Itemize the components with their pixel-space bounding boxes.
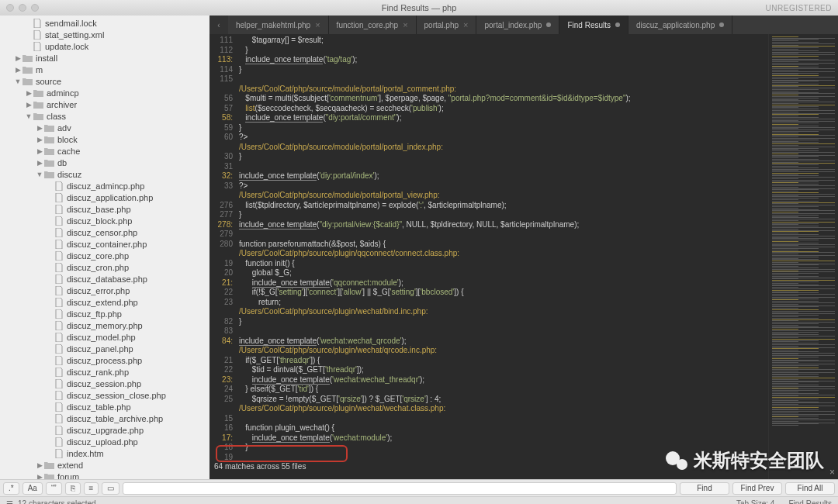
code-line[interactable]: /Users/CoolCat/php/source/module/portal/… [210,191,768,201]
disclosure-arrow-icon[interactable]: ▶ [25,89,33,97]
code-line[interactable]: 19 [210,453,768,463]
disclosure-arrow-icon[interactable]: ▶ [36,461,43,469]
close-icon[interactable]: × [829,467,835,478]
minimap[interactable] [768,34,838,479]
code-line[interactable]: 25 $qrsize = !empty($_GET['qrsize']) ? $… [210,395,768,405]
disclosure-arrow-icon[interactable]: ▼ [36,171,43,178]
file-item[interactable]: discuz_upload.php [0,436,210,447]
folder-item[interactable]: ▶forum [0,471,210,479]
code-line[interactable]: 111 $tagarray[] = $result; [210,36,768,46]
traffic-lights[interactable] [6,4,39,12]
disclosure-arrow-icon[interactable]: ▶ [36,473,43,480]
code-line[interactable]: 58: include_once template("diy:portal/co… [210,113,768,123]
code-line[interactable]: 15 [210,414,768,424]
file-item[interactable]: discuz_session.php [0,378,210,389]
disclosure-arrow-icon[interactable]: ▶ [36,159,43,167]
file-item[interactable]: discuz_container.php [0,238,210,250]
code-line[interactable]: 278:include_once template("diy:portal/vi… [210,220,768,230]
disclosure-arrow-icon[interactable]: ▶ [36,136,43,143]
folder-item[interactable]: ▼class [0,110,210,122]
folder-item[interactable]: ▶cache [0,145,210,157]
close-icon[interactable]: × [463,20,468,29]
file-item[interactable]: discuz_session_close.php [0,389,210,401]
code-line[interactable]: 276 list($tpldirectory, $articleprimaltp… [210,201,768,211]
disclosure-arrow-icon[interactable]: ▼ [14,78,22,85]
code-line[interactable]: 19 function init() { [210,259,768,269]
code-line[interactable]: /Users/CoolCat/php/source/plugin/wechat/… [210,404,768,414]
code-line[interactable]: /Users/CoolCat/php/source/plugin/wechat/… [210,346,768,356]
file-item[interactable]: discuz_block.php [0,215,210,226]
folder-item[interactable]: ▼source [0,75,210,87]
file-item[interactable]: discuz_process.php [0,354,210,366]
code-line[interactable]: 113: include_once template('tag/tag'); [210,55,768,65]
code-line[interactable]: 115 [210,74,768,85]
folder-item[interactable]: ▼discuz [0,168,210,180]
find-all-button[interactable]: Find All [785,482,835,495]
code-line[interactable]: 57 list($seccodecheck, $secqaacheck) = s… [210,104,768,114]
code-line[interactable]: 21: include_once template('qqconnect:mod… [210,278,768,288]
tab[interactable]: Find Results [559,16,628,34]
tab[interactable]: discuz_application.php [628,16,732,34]
disclosure-arrow-icon[interactable]: ▶ [14,54,22,62]
folder-item[interactable]: ▶install [0,52,210,64]
file-item[interactable]: discuz_table_archive.php [0,413,210,424]
tab-scroll-left-icon[interactable]: ‹ [210,16,228,34]
code-line[interactable]: 21 if($_GET['threadqr']) { [210,356,768,366]
file-item[interactable]: discuz_core.php [0,250,210,261]
whole-word-toggle[interactable]: “” [46,482,62,495]
code-line[interactable]: 23 return; [210,298,768,308]
code-line[interactable]: 32:include_once template('diy:portal/ind… [210,171,768,181]
file-item[interactable]: discuz_error.php [0,285,210,296]
file-item[interactable]: discuz_cron.php [0,261,210,273]
code-line[interactable]: 277} [210,210,768,220]
code-line[interactable]: 59} [210,123,768,133]
sidebar-file-tree[interactable]: sendmail.lockstat_setting.xmlupdate.lock… [0,16,210,479]
code-line[interactable]: /Users/CoolCat/php/source/module/portal/… [210,85,768,95]
highlight-toggle[interactable]: ▭ [102,482,119,495]
file-item[interactable]: discuz_memory.php [0,319,210,331]
file-item[interactable]: discuz_application.php [0,192,210,203]
find-button[interactable]: Find [680,482,729,495]
code-line[interactable]: 20 global $_G; [210,268,768,278]
folder-item[interactable]: ▶m [0,64,210,75]
file-item[interactable]: discuz_model.php [0,331,210,343]
regex-toggle[interactable]: .* [3,482,19,495]
find-prev-button[interactable]: Find Prev [732,482,782,495]
disclosure-arrow-icon[interactable]: ▶ [36,147,43,155]
code-line[interactable]: 17: include_once template('wechat:module… [210,433,768,444]
file-item[interactable]: discuz_censor.php [0,226,210,238]
file-item[interactable]: discuz_base.php [0,203,210,215]
zoom-icon[interactable] [31,4,39,12]
file-item[interactable]: discuz_ftp.php [0,308,210,319]
wrap-toggle[interactable]: ⎘ [65,482,81,495]
code-line[interactable]: 112 } [210,46,768,56]
code-line[interactable]: 31 [210,162,768,172]
file-item[interactable]: discuz_upgrade.php [0,424,210,436]
file-item[interactable]: discuz_rank.php [0,366,210,378]
code-line[interactable]: 82} [210,317,768,327]
code-line[interactable]: 83 [210,326,768,337]
code-line[interactable]: 23: include_once template('wechat:wechat… [210,375,768,385]
code-line[interactable]: 22 if(!$_G['setting']['connect']['allow'… [210,288,768,298]
tab[interactable]: helper_makehtml.php× [228,16,329,34]
tab[interactable]: portal_index.php [476,16,559,34]
folder-item[interactable]: ▶extend [0,459,210,471]
code-line[interactable]: /Users/CoolCat/php/source/plugin/wechat/… [210,307,768,317]
code-line[interactable]: 56 $multi = multi($csubject['commentnum'… [210,94,768,104]
folder-item[interactable]: ▶db [0,157,210,168]
file-item[interactable]: discuz_extend.php [0,296,210,308]
close-icon[interactable]: × [315,20,320,29]
code-line[interactable]: 16 function plugin_wechat() { [210,423,768,433]
code-line[interactable]: 33?> [210,181,768,192]
file-item[interactable]: discuz_database.php [0,273,210,285]
file-item[interactable]: update.lock [0,40,210,52]
disclosure-arrow-icon[interactable]: ▶ [36,124,43,132]
menu-icon[interactable]: ☰ [6,499,13,504]
file-item[interactable]: discuz_table.php [0,401,210,413]
code-line[interactable]: 22 $tid = dintval($_GET['threadqr']); [210,365,768,375]
search-input[interactable] [123,482,677,495]
code-line[interactable]: 24 } elseif($_GET['tid']) { [210,385,768,395]
file-item[interactable]: discuz_panel.php [0,343,210,354]
close-icon[interactable] [6,4,14,12]
code-line[interactable]: 114} [210,65,768,75]
